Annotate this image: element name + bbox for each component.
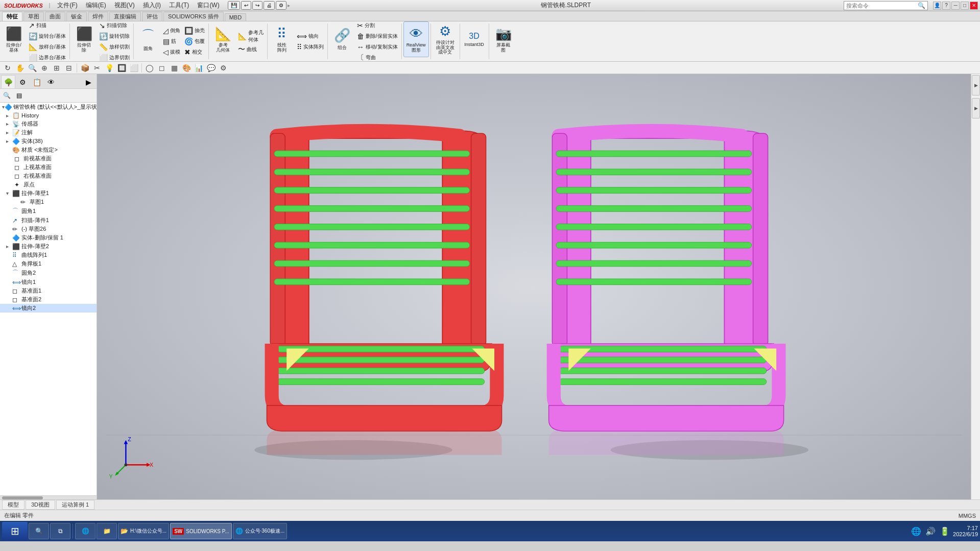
- start-button[interactable]: ⊞: [2, 522, 28, 540]
- tab-sketch[interactable]: 草图: [23, 12, 44, 21]
- tab-motion[interactable]: 运动算例 1: [56, 500, 94, 510]
- tab-sheet-metal[interactable]: 钣金: [66, 12, 87, 21]
- shell-btn[interactable]: 🔲抽壳: [182, 26, 207, 36]
- sec-settings-btn[interactable]: ⚙: [218, 62, 229, 74]
- del-body-btn[interactable]: 🗑删除/保留实体: [355, 31, 400, 41]
- taskbar-solidworks[interactable]: SW SOLIDWORKS P...: [170, 523, 231, 539]
- tab-weldment[interactable]: 焊件: [88, 12, 108, 21]
- tree-item-fillet2[interactable]: ⌒ 圆角2: [0, 268, 97, 278]
- rib-btn[interactable]: ▤筋: [161, 36, 182, 46]
- panel-scrollbar[interactable]: [0, 495, 97, 499]
- tree-root[interactable]: ▾ 🔷 钢管铁椅 (默认<<默认人>_显示状态 1>): [0, 103, 97, 111]
- linear-pattern-btn[interactable]: ⠿ 线性阵列: [269, 21, 295, 57]
- ref-geometry-btn[interactable]: 📐 参考几何体: [210, 21, 236, 57]
- combine-btn[interactable]: 🔗 组合: [329, 21, 355, 57]
- tab-direct-edit[interactable]: 直接编辑: [109, 12, 141, 21]
- right-panel-btn1[interactable]: ▶: [972, 75, 980, 95]
- boundary-cut-btn[interactable]: ⬜边界切割: [97, 53, 132, 63]
- fillet-btn[interactable]: ⌒ 圆角: [135, 21, 161, 57]
- sec-colors-btn[interactable]: ▦: [169, 62, 180, 74]
- quick-options-btn[interactable]: ⚙: [276, 1, 286, 10]
- sec-comment-btn[interactable]: 💬: [205, 62, 217, 74]
- scan-cut-btn[interactable]: ↘扫描切除: [97, 20, 132, 31]
- tree-item-sweep1[interactable]: ↗ 扫描-薄件1: [0, 216, 97, 225]
- quick-print-btn[interactable]: 🖨: [264, 1, 275, 10]
- quick-undo-btn[interactable]: ↩: [241, 1, 251, 10]
- sec-layer-btn[interactable]: ◯: [144, 62, 155, 74]
- taskbar-taskview[interactable]: ⧉: [50, 523, 70, 539]
- solid-pattern-btn[interactable]: ⠿实体阵列: [295, 42, 326, 52]
- extrude-boss-btn[interactable]: ⬛ 拉伸台/基体: [1, 21, 27, 57]
- tree-item-sensors[interactable]: ▸ 📡 传感器: [0, 119, 97, 128]
- tab-model[interactable]: 模型: [2, 500, 25, 510]
- sec-render-btn[interactable]: 🎨: [181, 62, 192, 74]
- menu-tools[interactable]: 工具(T): [166, 0, 192, 11]
- tree-item-plane1[interactable]: ◻ 基准面1: [0, 286, 97, 295]
- draft-btn[interactable]: ◁拔模: [161, 47, 182, 57]
- sec-pan-btn[interactable]: ✋: [14, 62, 26, 74]
- tab-feature[interactable]: 特征: [2, 12, 22, 21]
- tray-network-icon[interactable]: 🌐: [910, 525, 922, 537]
- tree-item-front-plane[interactable]: ◻ 前视基准面: [0, 154, 97, 163]
- sec-chart-btn[interactable]: 📊: [193, 62, 204, 74]
- taskbar-file-explorer[interactable]: 📁: [97, 523, 117, 539]
- move-body-btn[interactable]: ↔移动/复制实体: [355, 42, 400, 52]
- tree-item-origin[interactable]: ✦ 原点: [0, 180, 97, 189]
- split-btn[interactable]: ✂分割: [355, 20, 400, 31]
- tree-item-curve-pattern1[interactable]: ⠿ 曲线阵列1: [0, 251, 97, 259]
- curve-btn[interactable]: 〜曲线: [236, 44, 266, 55]
- sec-zoom-prev-btn[interactable]: ⊟: [63, 62, 75, 74]
- quick-save-btn[interactable]: 💾: [228, 1, 240, 10]
- tab-solidworks-add[interactable]: SOLIDWORKS 插件: [163, 12, 224, 21]
- wrap-btn[interactable]: 🌀包覆: [182, 36, 207, 46]
- panel-collapse-all-btn[interactable]: ▤: [13, 90, 25, 101]
- panel-tab-display[interactable]: 👁: [44, 75, 58, 88]
- bend-btn[interactable]: 〔弯曲: [355, 53, 400, 63]
- tab-mbd[interactable]: MBD: [225, 13, 246, 21]
- intersect-btn[interactable]: ✖相交: [182, 47, 207, 57]
- extrude-cut-btn[interactable]: ⬛ 拉伸切除: [71, 21, 97, 57]
- tree-item-extrude2[interactable]: ▸ ⬛ 拉伸-薄壁2: [0, 242, 97, 251]
- sec-rotate-btn[interactable]: ↻: [2, 62, 13, 74]
- tab-evaluate[interactable]: 评估: [142, 12, 162, 21]
- loft-btn[interactable]: 📐放样台/基体: [27, 42, 68, 52]
- tree-item-corner-plate1[interactable]: △ 角撑板1: [0, 259, 97, 268]
- close-button[interactable]: ✕: [970, 2, 978, 10]
- rotate-cut-btn[interactable]: 🔃旋转切除: [97, 31, 132, 41]
- sec-display-btn[interactable]: 🔲: [116, 62, 127, 74]
- restore-button[interactable]: □: [961, 2, 969, 10]
- chamfer-btn[interactable]: ◿倒角: [161, 26, 182, 36]
- tree-item-history[interactable]: ▸ 📋 History: [0, 111, 97, 119]
- tray-volume-icon[interactable]: 🔊: [924, 525, 937, 537]
- menu-view[interactable]: 视图(V): [111, 0, 138, 11]
- menu-edit[interactable]: 编辑(E): [83, 0, 109, 11]
- menu-window[interactable]: 窗口(W): [194, 0, 222, 11]
- menu-file[interactable]: 文件(F): [54, 0, 80, 11]
- panel-tab-config[interactable]: 📋: [30, 75, 44, 88]
- tree-item-plane2[interactable]: ◻ 基准面2: [0, 295, 97, 304]
- design-china-btn[interactable]: ⚙ 待设计对由英文改成中文: [433, 21, 458, 57]
- loft-cut-btn[interactable]: 📏放样切割: [97, 42, 132, 52]
- sec-hide-btn[interactable]: ⬜: [128, 62, 139, 74]
- tab-surface[interactable]: 曲面: [45, 12, 65, 21]
- tree-item-extrude1[interactable]: ▾ ⬛ 拉伸-薄壁1: [0, 189, 97, 198]
- instant3d-btn[interactable]: 3D Instant3D: [462, 21, 487, 57]
- tree-item-mirror2[interactable]: ⟺ 镜向2: [0, 304, 97, 313]
- tree-item-sketch26[interactable]: ✏ (-) 草图26: [0, 225, 97, 233]
- tray-battery-icon[interactable]: 🔋: [939, 525, 951, 537]
- quick-redo-btn[interactable]: ↪: [252, 1, 262, 10]
- sec-zoom-area-btn[interactable]: ⊞: [51, 62, 62, 74]
- tree-item-mirror1[interactable]: ⟺ 镜向1: [0, 278, 97, 286]
- sec-zoom-fit-btn[interactable]: ⊕: [39, 62, 50, 74]
- panel-tab-feature[interactable]: 🌳: [1, 75, 15, 88]
- tree-item-top-plane[interactable]: ◻ 上视基准面: [0, 163, 97, 172]
- tree-item-sketch1[interactable]: ✏ 草图1: [0, 198, 97, 206]
- taskbar-browser[interactable]: 🌐: [75, 523, 95, 539]
- taskbar-search[interactable]: 🔍: [29, 523, 49, 539]
- sec-layer2-btn[interactable]: ◻: [156, 62, 168, 74]
- minimize-button[interactable]: ─: [951, 2, 960, 10]
- sec-section-btn[interactable]: ✂: [91, 62, 103, 74]
- search-input[interactable]: [846, 3, 918, 9]
- boundary-btn[interactable]: ⬜边界台/基体: [27, 53, 68, 63]
- tree-item-solid-del1[interactable]: 🔷 实体-删除/保留 1: [0, 233, 97, 242]
